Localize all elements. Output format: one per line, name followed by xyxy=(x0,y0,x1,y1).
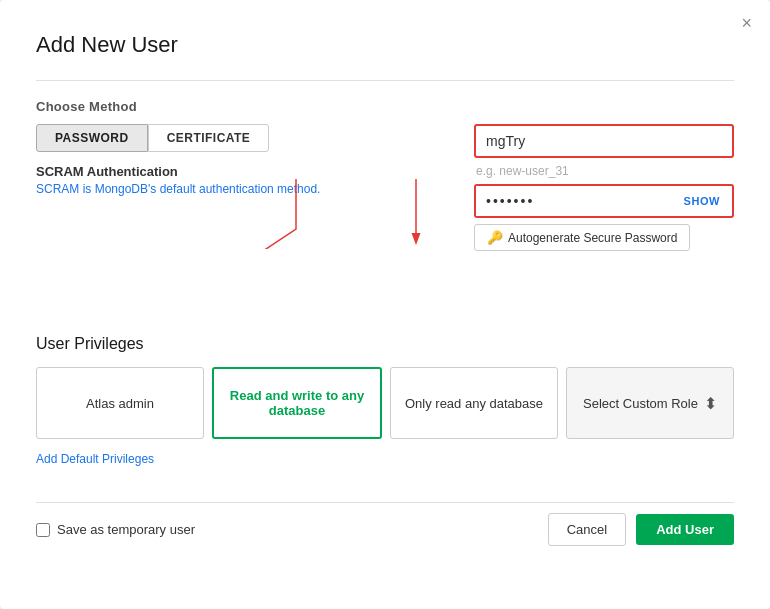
close-button[interactable]: × xyxy=(741,14,752,32)
footer-row: Save as temporary user Cancel Add User xyxy=(36,502,734,546)
footer-buttons: Cancel Add User xyxy=(548,513,734,546)
password-method-button[interactable]: PASSWORD xyxy=(36,124,148,152)
atlas-admin-label: Atlas admin xyxy=(86,396,154,411)
cancel-button[interactable]: Cancel xyxy=(548,513,626,546)
show-password-button[interactable]: SHOW xyxy=(672,188,732,214)
privileges-cards: Atlas admin Read and write to any databa… xyxy=(36,367,734,439)
custom-select-icon: ⬍ xyxy=(704,394,717,413)
modal-title: Add New User xyxy=(36,32,734,58)
priv-card-read-write[interactable]: Read and write to any database xyxy=(212,367,382,439)
arrow-svg xyxy=(176,169,576,249)
method-buttons: PASSWORD CERTIFICATE xyxy=(36,124,474,152)
read-only-label: Only read any database xyxy=(405,396,543,411)
add-default-privileges-link[interactable]: Add Default Privileges xyxy=(36,452,154,466)
save-temp-text: Save as temporary user xyxy=(57,522,195,537)
read-write-label: Read and write to any database xyxy=(224,388,370,418)
privileges-section: User Privileges Atlas admin Read and wri… xyxy=(36,335,734,484)
add-user-modal: × Add New User Choose Method PASSWORD CE… xyxy=(0,0,770,609)
priv-card-custom-role[interactable]: Select Custom Role ⬍ xyxy=(566,367,734,439)
custom-role-label: Select Custom Role xyxy=(583,396,698,411)
save-temp-checkbox[interactable] xyxy=(36,523,50,537)
method-section-title: Choose Method xyxy=(36,99,734,114)
title-divider xyxy=(36,80,734,81)
priv-card-read-only[interactable]: Only read any database xyxy=(390,367,558,439)
priv-card-atlas-admin[interactable]: Atlas admin xyxy=(36,367,204,439)
username-input[interactable] xyxy=(474,124,734,158)
add-user-button[interactable]: Add User xyxy=(636,514,734,545)
certificate-method-button[interactable]: CERTIFICATE xyxy=(148,124,270,152)
privileges-title: User Privileges xyxy=(36,335,734,353)
save-temp-label[interactable]: Save as temporary user xyxy=(36,522,195,537)
arrows-area xyxy=(36,269,734,319)
